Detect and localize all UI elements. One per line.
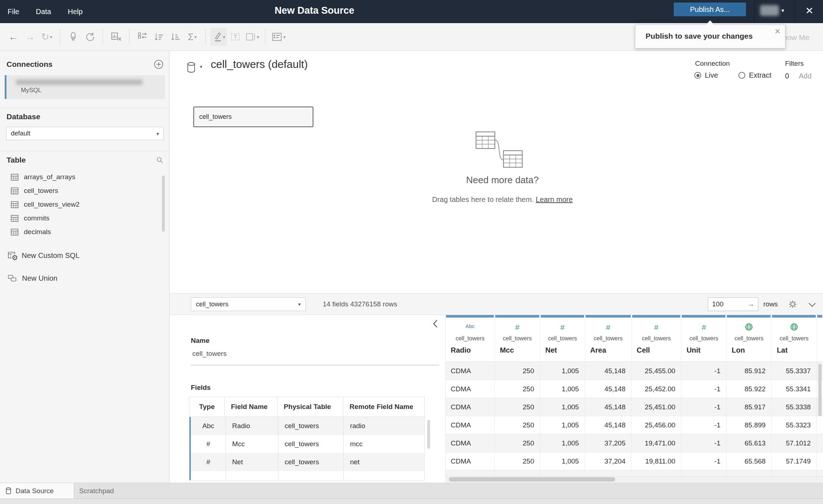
new-union[interactable]: New Union [0,270,57,286]
physical-table: cell_towers [278,435,344,453]
tab-scratchpad[interactable]: Scratchpad [74,483,114,499]
remote-field-name: mcc [344,435,424,453]
field-row-radio[interactable]: Abc Radio cell_towers radio [189,417,424,435]
grid-header-mcc[interactable]: # cell_towers Mcc [495,315,540,362]
add-connection-icon[interactable] [154,60,163,69]
sheet-tab-bar: Data Source Scratchpad [0,483,823,499]
toolbar-separator [265,29,265,45]
database-select[interactable]: default ▾ [6,127,164,140]
grid-header-table: cell_towers [495,335,540,342]
table-list: arrays_of_arrays cell_towers cell_towers… [0,170,164,239]
highlight-button[interactable]: ▾ [210,28,227,46]
avatar[interactable] [760,5,779,16]
fields-table-scrollbar[interactable] [427,420,430,449]
pause-updates-button[interactable] [65,28,81,46]
tab-data-source[interactable]: Data Source [0,483,74,499]
totals-button[interactable]: Σ▾ [184,28,201,46]
apply-arrow-icon[interactable]: → [747,300,754,308]
window-close-button[interactable]: ✕ [805,5,814,17]
refresh-button[interactable] [81,28,98,46]
canvas-table-cell-towers[interactable]: cell_towers [193,107,313,127]
live-radio[interactable] [694,72,701,79]
avatar-caret-icon[interactable]: ▾ [781,7,784,14]
grid-header-radio[interactable]: Abc cell_towers Radio [446,315,495,362]
field-row-net[interactable]: # Net cell_towers net [189,453,424,471]
field-row-mcc[interactable]: # Mcc cell_towers mcc [189,435,424,453]
search-icon[interactable] [156,156,163,164]
table-item-commits[interactable]: commits [0,211,164,225]
preview-table-select-value: cell_towers [196,301,298,308]
connection-item[interactable]: MySQL [5,75,165,99]
table-icon [11,201,18,208]
grid-header-lon[interactable]: cell_towers Lon [726,315,772,362]
grid-horizontal-scrollbar[interactable] [445,476,823,482]
grid-header-net[interactable]: # cell_towers Net [540,315,585,362]
tooltip-close-icon[interactable]: ✕ [774,27,781,36]
preview-table-select[interactable]: cell_towers ▾ [191,297,306,311]
number-type-icon: # [681,323,726,332]
menu-data[interactable]: Data [36,8,51,16]
fields-rows-summary: 14 fields 43276158 rows [323,294,397,315]
table-item-arrays-of-arrays[interactable]: arrays_of_arrays [0,170,164,184]
live-radio-label[interactable]: Live [705,71,718,79]
grid-header-name: Mcc [500,346,514,354]
refresh-icon [84,31,95,42]
table-item-cell-towers-view2[interactable]: cell_towers_view2 [0,198,164,211]
grid-header-name: Net [545,346,557,354]
replay-button[interactable]: ↻▾ [38,28,55,46]
toolbar-separator [205,29,206,45]
number-type-icon: # [540,323,585,332]
table-item-decimals[interactable]: decimals [0,225,164,239]
swap-rows-columns-button[interactable] [134,28,151,46]
text-label-button[interactable]: T [227,28,244,46]
live-radio-group[interactable]: Live [694,71,718,79]
field-row-partial[interactable] [189,471,424,481]
undo-button[interactable]: ← [5,28,22,46]
name-label: Name [191,337,210,345]
extract-radio-group[interactable]: Extract [738,71,771,79]
name-input[interactable]: cell_towers [192,350,227,358]
grid-header-area[interactable]: # cell_towers Area [585,315,632,362]
number-type-icon: # [632,323,681,332]
table-item-cell-towers[interactable]: cell_towers [0,184,164,198]
clear-sheet-button[interactable] [108,28,124,46]
grid-row: CDMA250 1,00537,205 19,471.00-1 65.61357… [446,434,823,452]
grid-header-unit[interactable]: # cell_towers Unit [681,315,726,362]
publish-as-button[interactable]: Publish As... [674,3,746,16]
menu-help[interactable]: Help [68,8,82,16]
grid-header-table: cell_towers [772,335,816,342]
publish-tooltip: Publish to save your changes ✕ [635,25,785,48]
row-limit-input[interactable]: 100 → [708,297,758,311]
preview-settings-gear-icon[interactable] [788,300,797,309]
datasource-caret-icon[interactable]: ▾ [200,64,202,69]
new-custom-sql[interactable]: ⚙ New Custom SQL [0,247,80,263]
show-me-toggle-button[interactable]: ▾ [270,28,287,46]
filters-add-link[interactable]: Add [799,72,812,80]
fields-label: Fields [191,384,211,392]
highlight-pen-icon [212,31,222,42]
grid-horizontal-scrollbar-thumb[interactable] [449,477,615,482]
grid-vertical-scrollbar[interactable] [818,364,822,416]
data-preview-grid: Abc cell_towers Radio # cell_towers Mcc … [445,315,823,483]
sort-ascending-button[interactable] [151,28,167,46]
filters-label: Filters [785,60,804,68]
chevron-down-icon: ▾ [298,301,301,307]
table-list-scrollbar[interactable] [162,176,165,232]
datasource-cylinder-icon[interactable] [187,62,196,73]
grid-header-cell[interactable]: # cell_towers Cell [632,315,682,362]
grid-header-table: cell_towers [585,335,631,342]
grid-header-lat[interactable]: cell_towers Lat [772,315,817,362]
collapse-panel-icon[interactable] [432,319,438,328]
menu-file[interactable]: File [8,8,19,16]
fit-selector-button[interactable]: ▾ [244,28,260,46]
learn-more-link[interactable]: Learn more [536,195,573,203]
tableau-data-source-window: File Data Help New Data Source Publish A… [0,0,823,504]
redo-button[interactable]: → [22,28,38,46]
remote-field-name: net [344,453,424,471]
sort-descending-button[interactable] [167,28,184,46]
extract-radio[interactable] [738,72,745,79]
preview-collapse-chevron-icon[interactable] [808,302,816,307]
extract-radio-label[interactable]: Extract [749,71,771,79]
relationship-canvas: ▾ cell_towers (default) Connection Live … [170,51,823,293]
field-name: Net [226,453,278,471]
